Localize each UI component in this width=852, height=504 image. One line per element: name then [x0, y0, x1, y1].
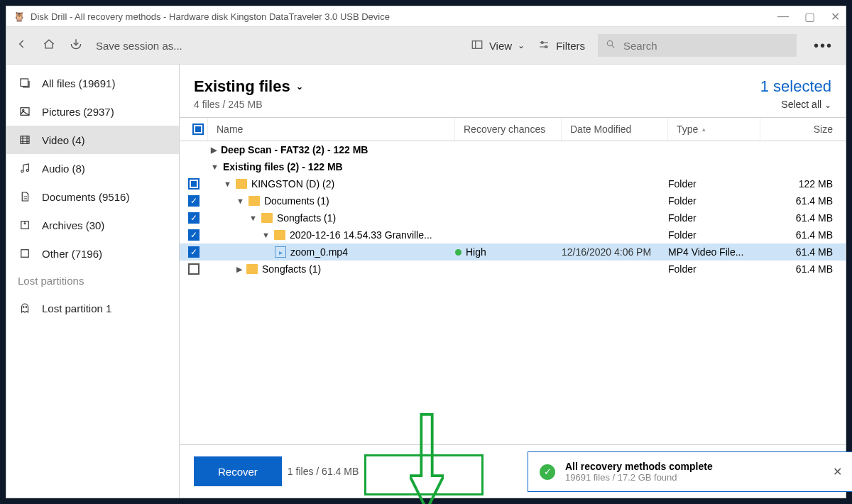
lost-partitions-header: Lost partitions — [6, 268, 179, 294]
search-icon — [605, 38, 616, 53]
row-name: Documents (1) — [264, 195, 329, 207]
toolbar: Save session as... View ⌄ Filters ••• — [6, 26, 846, 65]
music-icon — [18, 161, 32, 175]
maximize-button[interactable]: ▢ — [804, 10, 815, 23]
row-checkbox[interactable] — [188, 246, 200, 258]
home-button[interactable] — [42, 37, 56, 54]
svg-point-13 — [26, 307, 27, 308]
col-date[interactable]: Date Modified — [562, 118, 668, 141]
table-row[interactable]: ▼ KINGSTON (D) (2)Folder122 MB — [180, 175, 846, 192]
archive-icon — [18, 218, 32, 232]
svg-point-12 — [23, 307, 24, 308]
chevron-down-icon: ⌄ — [296, 82, 303, 92]
selected-count: 1 selected — [760, 77, 831, 96]
row-type: MP4 Video File... — [668, 246, 760, 258]
row-checkbox[interactable] — [188, 263, 200, 275]
group-row[interactable]: ▶ Deep Scan - FAT32 (2) - 122 MB — [180, 141, 846, 158]
table-row[interactable]: ▼ Documents (1)Folder61.4 MB — [180, 192, 846, 209]
table-row[interactable]: zoom_0.mp4High12/16/2020 4:06 PMMP4 Vide… — [180, 243, 846, 261]
titlebar[interactable]: 🦉 Disk Drill - All recovery methods - Ha… — [6, 6, 846, 26]
row-checkbox[interactable] — [188, 178, 200, 190]
select-all-button[interactable]: Select all ⌄ — [760, 99, 831, 110]
sliders-icon — [537, 38, 550, 53]
row-size: 61.4 MB — [760, 263, 846, 275]
caret-icon[interactable]: ▼ — [262, 231, 270, 239]
folder-icon — [261, 213, 273, 223]
svg-point-8 — [21, 170, 23, 172]
status-dot-icon — [455, 249, 462, 256]
row-checkbox[interactable] — [188, 195, 200, 207]
sidebar-item-lost-partition[interactable]: Lost partition 1 — [6, 294, 179, 322]
svg-rect-4 — [21, 79, 28, 87]
row-size: 122 MB — [760, 178, 846, 190]
row-type: Folder — [668, 178, 760, 190]
search-field[interactable] — [598, 34, 797, 57]
sidebar-item-other[interactable]: Other (7196) — [6, 239, 179, 268]
sidebar-item-pictures[interactable]: Pictures (2937) — [6, 97, 179, 126]
row-size: 61.4 MB — [760, 212, 846, 224]
group-row[interactable]: ▼ Existing files (2) - 122 MB — [180, 158, 846, 175]
view-menu[interactable]: View ⌄ — [471, 38, 525, 53]
row-type: Folder — [668, 263, 760, 275]
col-recovery[interactable]: Recovery chances — [455, 118, 562, 141]
header-checkbox[interactable] — [180, 118, 208, 141]
caret-icon[interactable]: ▶ — [211, 146, 217, 155]
caret-icon[interactable]: ▼ — [236, 197, 244, 205]
image-icon — [18, 104, 32, 119]
ghost-icon — [18, 301, 32, 315]
back-button[interactable] — [15, 37, 29, 54]
save-icon[interactable] — [69, 37, 83, 54]
sidebar: All files (19691) Pictures (2937) Video … — [6, 65, 180, 498]
caret-icon[interactable]: ▼ — [211, 163, 219, 171]
folder-icon — [274, 230, 285, 240]
table-row[interactable]: ▼ Songfacts (1)Folder61.4 MB — [180, 209, 846, 226]
row-type: Folder — [668, 229, 760, 241]
film-icon — [18, 133, 32, 147]
row-size: 61.4 MB — [760, 229, 846, 241]
filters-button[interactable]: Filters — [537, 38, 585, 53]
sort-asc-icon: ▴ — [702, 126, 706, 133]
page-title[interactable]: Existing files ⌄ — [194, 77, 760, 96]
sidebar-item-all-files[interactable]: All files (19691) — [6, 69, 179, 97]
sidebar-item-archives[interactable]: Archives (30) — [6, 211, 179, 239]
col-size[interactable]: Size — [760, 118, 846, 141]
row-checkbox[interactable] — [188, 229, 200, 241]
svg-point-6 — [23, 109, 24, 111]
row-name: zoom_0.mp4 — [290, 246, 348, 258]
caret-icon[interactable]: ▼ — [249, 214, 257, 222]
sidebar-item-audio[interactable]: Audio (8) — [6, 154, 179, 182]
notification-title: All recovery methods complete — [565, 461, 823, 472]
app-window: 🦉 Disk Drill - All recovery methods - Ha… — [6, 6, 846, 498]
stack-icon — [18, 76, 32, 90]
panel-icon — [471, 38, 484, 53]
box-icon — [18, 246, 32, 261]
caret-icon[interactable]: ▶ — [236, 265, 242, 274]
group-name: Existing files (2) - 122 MB — [223, 161, 343, 172]
table-row[interactable]: ▼ 2020-12-16 14.54.33 Granville...Folder… — [180, 226, 846, 243]
completion-notification: ✓ All recovery methods complete 19691 fi… — [528, 451, 852, 492]
minimize-button[interactable]: — — [777, 10, 789, 23]
close-button[interactable]: ✕ — [831, 10, 840, 23]
sidebar-item-video[interactable]: Video (4) — [6, 126, 179, 154]
save-session-button[interactable]: Save session as... — [96, 40, 182, 52]
row-checkbox[interactable] — [188, 212, 200, 224]
row-date: 12/16/2020 4:06 PM — [562, 246, 668, 258]
folder-icon — [248, 196, 260, 206]
caret-icon[interactable]: ▼ — [224, 180, 231, 188]
more-button[interactable]: ••• — [809, 38, 837, 54]
row-size: 61.4 MB — [760, 246, 846, 258]
svg-point-3 — [607, 40, 612, 45]
close-notification-button[interactable]: ✕ — [833, 465, 842, 478]
table-row[interactable]: ▶ Songfacts (1)Folder61.4 MB — [180, 261, 846, 278]
row-type: Folder — [668, 212, 760, 224]
col-name[interactable]: Name — [208, 118, 455, 141]
row-type: Folder — [668, 195, 760, 207]
document-icon — [18, 190, 32, 204]
col-type[interactable]: Type▴ — [668, 118, 760, 141]
chevron-down-icon: ⌄ — [824, 100, 831, 110]
notification-subtitle: 19691 files / 17.2 GB found — [565, 472, 823, 483]
recover-button[interactable]: Recover — [194, 456, 282, 486]
sidebar-item-documents[interactable]: Documents (9516) — [6, 182, 179, 211]
search-input[interactable] — [623, 40, 790, 52]
row-name: KINGSTON (D) (2) — [251, 178, 334, 190]
